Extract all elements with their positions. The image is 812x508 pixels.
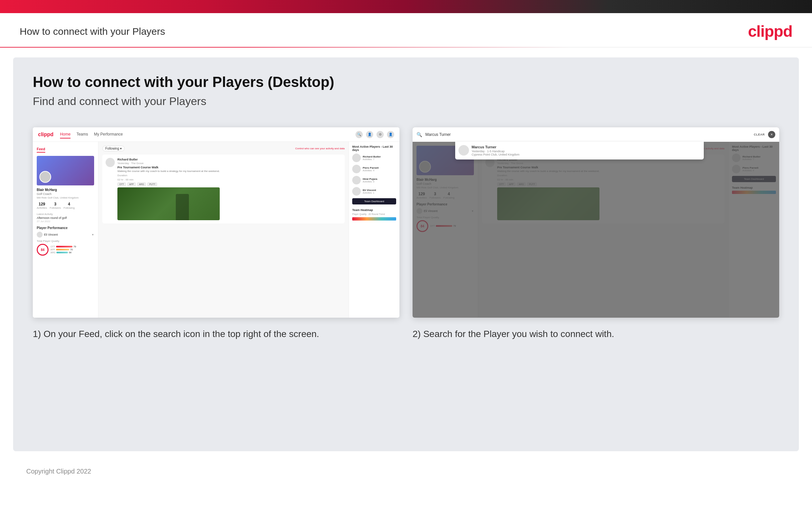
chevron-down-icon: ▼: [92, 233, 94, 236]
player-info-4: Eli Vincent Activities: 1: [363, 189, 376, 194]
right-panel-1: Most Active Players - Last 30 days Richa…: [349, 142, 399, 318]
score-circle: 84: [37, 244, 49, 256]
player-name-4: Eli Vincent: [363, 189, 376, 192]
profile-role: Golf Coach: [37, 192, 94, 196]
nav-items-1: Home Teams My Performance: [60, 131, 349, 138]
tag-app: APP: [127, 182, 136, 186]
search-result-item[interactable]: Marcus Turner Yesterday · 1-5 Handicap C…: [459, 145, 701, 156]
metric-ott-row: OTT 79: [50, 246, 94, 248]
activity-duration: Duration: [117, 174, 220, 177]
golf-image-placeholder: [117, 187, 220, 220]
nav-teams[interactable]: Teams: [77, 131, 88, 138]
clippd-logo: clippd: [748, 22, 792, 40]
stat-activities-label: Activities: [37, 206, 47, 209]
activity-person-name: Richard Butler: [117, 158, 220, 161]
player-mini-avatar: [37, 232, 43, 238]
screenshot-2-block: clippd Home Teams My Performance Blair M…: [413, 127, 779, 340]
tag-arg: ARG: [137, 182, 146, 186]
search-result-sub2: Cypress Point Club, United Kingdom: [472, 153, 520, 156]
player-activities-3: Activities: 3: [363, 180, 377, 183]
screenshot-1-wrapper: clippd Home Teams My Performance 🔍 👤 ⚙ 👤: [33, 127, 399, 318]
player-name-2: Piers Parnell: [363, 166, 378, 169]
tag-ott: OTT: [117, 182, 126, 186]
search-icon[interactable]: 🔍: [355, 131, 363, 138]
copyright-text: Copyright Clippd 2022: [26, 468, 91, 475]
clear-button[interactable]: CLEAR: [754, 133, 765, 136]
team-heatmap-bar: [352, 217, 396, 220]
player-avatar-2: [352, 165, 361, 173]
player-performance-label: Player Performance: [37, 226, 94, 230]
page-title: How to connect with your Players: [20, 26, 165, 37]
metric-app-bar: [56, 249, 69, 250]
player-info-1: Richard Butler Activities: 7: [363, 155, 381, 161]
activity-card-desc: Walking the course with my coach to buil…: [117, 170, 220, 173]
metric-arg-row: ARG 64: [50, 251, 94, 254]
center-panel-1: Following ▾ Control who can see your act…: [98, 142, 349, 318]
metric-app-value: 70: [70, 248, 73, 251]
activity-card-title: Pre Tournament Course Walk: [117, 166, 220, 169]
player-avatar-4: [352, 187, 361, 196]
nav-my-performance[interactable]: My Performance: [94, 131, 123, 138]
metric-app-label: APP: [50, 248, 55, 251]
stat-following: 4 Following: [64, 202, 75, 209]
close-search-button[interactable]: ×: [768, 131, 775, 138]
top-gradient-bar: [0, 0, 812, 13]
tag-putt: PUTT: [147, 182, 157, 186]
main-title: How to connect with your Players (Deskto…: [33, 74, 779, 90]
stat-followers-num: 3: [54, 202, 56, 206]
tags-row: OTT APP ARG PUTT: [117, 182, 220, 186]
search-result-name: Marcus Turner: [472, 145, 520, 149]
metric-ott-value: 79: [74, 246, 76, 248]
settings-icon[interactable]: ⚙: [377, 131, 384, 138]
activity-duration-value: 02 hr : 00 min: [117, 178, 220, 181]
control-link[interactable]: Control who can see your activity and da…: [295, 147, 345, 150]
player-activities-2: Activities: 4: [363, 169, 378, 172]
nav-home[interactable]: Home: [60, 131, 70, 138]
app-logo-1: clippd: [38, 132, 53, 137]
activity-card: Richard Butler Yesterday · The Grove Pre…: [102, 155, 345, 223]
player-avatar-1: [352, 154, 361, 162]
activity-person-subtitle: Yesterday · The Grove: [117, 162, 220, 165]
screenshot-1-block: clippd Home Teams My Performance 🔍 👤 ⚙ 👤: [33, 127, 399, 340]
activity-card-content: Richard Butler Yesterday · The Grove Pre…: [117, 158, 220, 220]
metric-arg-value: 64: [69, 251, 71, 254]
golfer-silhouette: [176, 194, 189, 220]
most-active-title: Most Active Players - Last 30 days: [352, 145, 396, 152]
player-select-row[interactable]: Eli Vincent ▼: [37, 232, 94, 238]
activity-date: 27 Jul 2022: [37, 220, 94, 223]
latest-activity-label: Latest Activity: [37, 213, 94, 216]
tpq-label: Total Player Quality: [37, 240, 94, 243]
search-dropdown: Marcus Turner Yesterday · 1-5 Handicap C…: [455, 142, 704, 160]
stat-followers: 3 Followers: [50, 202, 61, 209]
footer: Copyright Clippd 2022: [0, 461, 812, 482]
left-panel-1: Feed Blair McHarg Golf Coach Mill Ride G…: [33, 142, 98, 318]
search-bar-overlay: 🔍 Marcus Turner CLEAR ×: [413, 127, 779, 142]
team-dashboard-button[interactable]: Team Dashboard: [352, 198, 396, 205]
search-result-content: Marcus Turner Yesterday · 1-5 Handicap C…: [472, 145, 520, 156]
player-list-item-1: Richard Butler Activities: 7: [352, 154, 396, 162]
stat-followers-label: Followers: [50, 206, 61, 209]
stats-row: 129 Activities 3 Followers 4 Following: [37, 202, 94, 209]
profile-icon[interactable]: 👤: [366, 131, 373, 138]
player-list-item-4: Eli Vincent Activities: 1: [352, 187, 396, 196]
team-heatmap-label: Team Heatmap: [352, 208, 396, 212]
user-avatar-icon[interactable]: 👤: [387, 131, 394, 138]
profile-cover-image: [37, 156, 94, 185]
activity-person-avatar: [106, 158, 115, 167]
feed-tab[interactable]: Feed: [37, 147, 45, 153]
metric-arg-label: ARG: [50, 251, 55, 254]
activity-name: Afternoon round of golf: [37, 216, 94, 219]
player-list-item-2: Piers Parnell Activities: 4: [352, 165, 396, 173]
player-activities-4: Activities: 1: [363, 192, 376, 194]
player-activities-1: Activities: 7: [363, 158, 381, 161]
stat-activities-num: 129: [39, 202, 45, 206]
page-header: How to connect with your Players clippd: [0, 13, 812, 47]
main-subtitle: Find and connect with your Players: [33, 95, 779, 108]
profile-name: Blair McHarg: [37, 188, 94, 192]
screenshot-2-wrapper: clippd Home Teams My Performance Blair M…: [413, 127, 779, 318]
search-input[interactable]: Marcus Turner: [425, 132, 751, 137]
screenshot-1-caption: 1) On your Feed, click on the search ico…: [33, 328, 399, 340]
screenshot-2-caption: 2) Search for the Player you wish to con…: [413, 328, 779, 340]
following-button[interactable]: Following ▾: [102, 146, 125, 151]
metric-ott-label: OTT: [50, 246, 55, 248]
